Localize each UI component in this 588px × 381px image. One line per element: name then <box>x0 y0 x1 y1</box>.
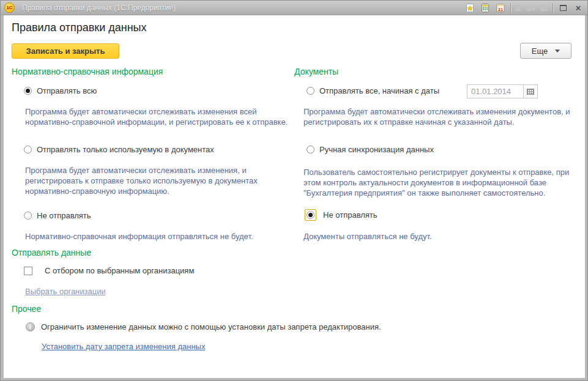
start-date-field-group: 01.01.2014 <box>467 84 538 98</box>
radio-docs-send-from-date[interactable]: Отправлять все, начиная с даты <box>307 86 439 95</box>
chevron-down-icon <box>555 50 560 53</box>
hint-docs-do-not-send: Документы отправляться не будут. <box>303 231 432 242</box>
favorites-icon[interactable] <box>464 2 475 13</box>
info-row: i Ограничить изменение данных можно с по… <box>26 322 381 331</box>
select-organizations-link[interactable]: Выбрать организации <box>25 287 106 296</box>
radio-nsi-send-all[interactable]: Отправлять всю <box>24 86 97 95</box>
checkbox-icon[interactable] <box>24 267 32 275</box>
1c-logo-icon: 1С <box>4 2 15 13</box>
start-date-input[interactable]: 01.01.2014 <box>467 84 524 98</box>
hint-nsi-do-not-send: Нормативно-справочная информация отправл… <box>25 231 253 242</box>
section-title-other: Прочее <box>12 304 41 314</box>
memory-m-plus-button: M+ <box>526 5 535 12</box>
section-title-documents: Документы <box>294 67 338 76</box>
title-bar: 1С Правила отправки данных (1С:Предприят… <box>1 1 587 15</box>
calendar-day-label: 31 <box>498 7 503 12</box>
checkbox-filter-organizations[interactable]: С отбором по выбранным организациям <box>24 266 194 275</box>
date-picker-button[interactable] <box>524 84 538 98</box>
radio-docs-do-not-send[interactable]: Не отправлять <box>307 210 378 220</box>
page-title: Правила отправки данных <box>12 21 147 34</box>
radio-nsi-do-not-send[interactable]: Не отправлять <box>24 211 91 220</box>
app-window: 1С Правила отправки данных (1С:Предприят… <box>0 0 588 381</box>
radio-label: Отправлять все, начиная с даты <box>319 86 439 95</box>
radio-icon[interactable] <box>307 211 314 219</box>
radio-icon[interactable] <box>24 212 32 220</box>
hint-docs-send-from-date: Программа будет автоматически отслеживат… <box>303 106 585 127</box>
calendar-grid-icon <box>527 89 534 95</box>
info-icon: i <box>26 322 35 331</box>
section-title-nsi: Нормативно-справочная информация <box>12 67 163 76</box>
more-button[interactable]: Еще <box>520 43 571 59</box>
radio-icon[interactable] <box>24 87 32 95</box>
titlebar-separator <box>510 3 511 13</box>
set-restriction-date-link[interactable]: Установить дату запрета изменения данных <box>42 342 205 351</box>
info-text: Ограничить изменение данных можно с помо… <box>41 322 381 331</box>
radio-label: Ручная синхронизация данных <box>319 145 434 154</box>
logo-text: 1С <box>6 5 12 10</box>
calendar-icon[interactable]: 31 <box>495 2 506 13</box>
radio-docs-manual-sync[interactable]: Ручная синхронизация данных <box>307 145 434 154</box>
hint-docs-manual-sync: Пользователь самостоятельно регистрирует… <box>303 167 585 198</box>
save-and-close-label: Записать и закрыть <box>26 46 105 56</box>
calculator-icon[interactable] <box>480 2 491 13</box>
close-button[interactable]: ✕ <box>573 2 584 13</box>
hint-nsi-send-all: Программа будет автоматически отслеживат… <box>25 106 302 127</box>
window-title: Правила отправки данных (1С:Предприятие) <box>22 4 176 12</box>
radio-label: Отправлять всю <box>37 86 97 95</box>
more-label: Еще <box>532 46 548 56</box>
memory-m-button: M <box>515 5 521 12</box>
radio-label: Не отправлять <box>37 211 91 220</box>
radio-icon[interactable] <box>307 87 314 95</box>
maximize-button[interactable] <box>557 2 568 13</box>
radio-nsi-used-only[interactable]: Отправлять только используемую в докумен… <box>24 145 214 154</box>
section-title-send-data: Отправлять данные <box>12 248 91 257</box>
radio-label: Отправлять только используемую в докумен… <box>37 145 214 154</box>
radio-icon[interactable] <box>307 146 314 154</box>
hint-nsi-used-only: Программа будет автоматически отслеживат… <box>25 165 302 196</box>
radio-icon[interactable] <box>24 146 32 154</box>
focus-ring <box>305 209 316 221</box>
checkbox-label: С отбором по выбранным организациям <box>45 266 194 275</box>
save-and-close-button[interactable]: Записать и закрыть <box>12 43 119 59</box>
form-content: Правила отправки данных Записать и закры… <box>4 15 585 378</box>
radio-label: Не отправлять <box>323 210 378 220</box>
memory-m-minus-button: M- <box>540 5 548 12</box>
titlebar-separator <box>553 3 553 13</box>
